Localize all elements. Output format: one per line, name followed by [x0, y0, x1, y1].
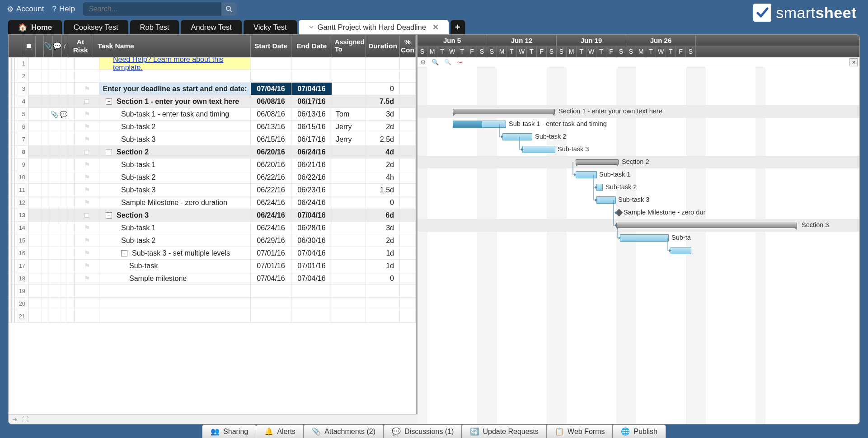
comment-cell[interactable]: [59, 260, 68, 272]
start-cell[interactable]: [251, 310, 291, 322]
assigned-cell[interactable]: [332, 95, 366, 107]
start-cell[interactable]: 06/29/16: [251, 234, 291, 247]
complete-cell[interactable]: [400, 196, 416, 209]
risk-cell[interactable]: ⚑: [75, 272, 99, 284]
row-number[interactable]: 3: [15, 83, 28, 95]
task-cell[interactable]: −Section 3: [99, 209, 251, 221]
row-number[interactable]: 15: [15, 234, 28, 247]
flag-icon[interactable]: ⚑: [84, 249, 90, 257]
attach-cell[interactable]: [50, 171, 59, 183]
start-cell[interactable]: 06/22/16: [251, 171, 291, 183]
flag-icon[interactable]: ⚑: [84, 135, 90, 144]
col-risk[interactable]: At Risk: [68, 35, 93, 57]
flag-icon[interactable]: ⚑: [84, 173, 90, 182]
duration-cell[interactable]: [366, 310, 400, 322]
comment-cell[interactable]: [59, 222, 68, 234]
comment-cell[interactable]: [59, 133, 68, 145]
web-forms-button[interactable]: 📋Web Forms: [546, 424, 613, 438]
attachments-button[interactable]: 📎Attachments (2): [303, 424, 384, 438]
alerts-button[interactable]: 🔔Alerts: [256, 424, 304, 438]
assigned-cell[interactable]: [332, 184, 366, 196]
col-primary-icon[interactable]: [22, 35, 36, 57]
account-link[interactable]: ⚙ Account: [7, 5, 44, 14]
duration-cell[interactable]: [366, 57, 400, 70]
tab-rob[interactable]: Rob Test: [130, 20, 179, 34]
flag-icon[interactable]: ⚑: [84, 262, 90, 270]
row-number[interactable]: 12: [15, 196, 28, 209]
table-row[interactable]: 15⚑Sub-task 206/29/1606/30/162d: [9, 234, 416, 247]
comment-cell[interactable]: [59, 121, 68, 133]
col-info-icon[interactable]: i: [62, 35, 68, 57]
table-row[interactable]: 8−Section 206/20/1606/24/164d: [9, 146, 416, 158]
table-row[interactable]: 5📎💬⚑Sub-task 1 - enter task and timing06…: [9, 108, 416, 121]
complete-cell[interactable]: [400, 133, 416, 145]
assigned-cell[interactable]: [332, 171, 366, 183]
complete-cell[interactable]: [400, 158, 416, 171]
row-handle[interactable]: [9, 95, 15, 107]
risk-cell[interactable]: ⚑: [75, 234, 99, 247]
complete-cell[interactable]: [400, 70, 416, 82]
col-end[interactable]: End Date: [291, 35, 332, 57]
comment-cell[interactable]: 💬: [59, 108, 68, 120]
start-cell[interactable]: 06/24/16: [251, 196, 291, 209]
start-cell[interactable]: 06/24/16: [251, 209, 291, 221]
assigned-cell[interactable]: [332, 272, 366, 284]
row-number[interactable]: 17: [15, 260, 28, 272]
flag-icon[interactable]: ⚑: [84, 275, 90, 283]
duration-cell[interactable]: 0: [366, 272, 400, 284]
task-cell[interactable]: Sample Milestone - zero duration: [99, 196, 251, 209]
row-handle[interactable]: [9, 298, 15, 310]
col-attach-icon[interactable]: 📎: [44, 35, 53, 57]
comment-cell[interactable]: [59, 57, 68, 70]
table-row[interactable]: 21: [9, 310, 416, 323]
risk-cell[interactable]: [75, 57, 99, 70]
complete-cell[interactable]: [400, 222, 416, 234]
expand-toggle-icon[interactable]: −: [106, 98, 112, 105]
row-handle[interactable]: [9, 146, 15, 158]
task-cell[interactable]: Sub-task 1 - enter task and timing: [99, 108, 251, 120]
complete-cell[interactable]: [400, 247, 416, 259]
task-cell[interactable]: [99, 285, 251, 297]
start-cell[interactable]: [251, 285, 291, 297]
row-number[interactable]: 9: [15, 158, 28, 171]
duration-cell[interactable]: [366, 70, 400, 82]
help-link[interactable]: Need Help? Learn more about this templat…: [113, 57, 250, 72]
row-handle[interactable]: [9, 222, 15, 234]
expand-all-icon[interactable]: ⛶: [22, 416, 28, 423]
end-cell[interactable]: [291, 285, 332, 297]
comment-cell[interactable]: [59, 83, 68, 95]
table-row[interactable]: 12⚑Sample Milestone - zero duration06/24…: [9, 196, 416, 209]
task-cell[interactable]: Enter your deadline as start and end dat…: [99, 83, 251, 95]
complete-cell[interactable]: [400, 272, 416, 284]
flag-icon[interactable]: ⚑: [84, 224, 90, 232]
tab-vicky[interactable]: Vicky Test: [244, 20, 297, 34]
attach-cell[interactable]: [50, 95, 59, 107]
risk-cell[interactable]: ⚑: [75, 158, 99, 171]
duration-cell[interactable]: [366, 298, 400, 310]
table-row[interactable]: 1Need Help? Learn more about this templa…: [9, 57, 416, 70]
row-handle[interactable]: [9, 133, 15, 145]
task-cell[interactable]: [99, 298, 251, 310]
row-number[interactable]: 4: [15, 95, 28, 107]
table-row[interactable]: 6⚑Sub-task 206/13/1606/15/16Jerry2d: [9, 121, 416, 133]
assigned-cell[interactable]: [332, 196, 366, 209]
checkbox-icon[interactable]: [84, 99, 89, 104]
row-handle[interactable]: [9, 285, 15, 297]
start-cell[interactable]: 07/01/16: [251, 247, 291, 259]
critical-path-icon[interactable]: ⤳: [457, 59, 462, 66]
risk-cell[interactable]: ⚑: [75, 133, 99, 145]
start-cell[interactable]: 06/22/16: [251, 184, 291, 196]
col-duration[interactable]: Duration: [366, 35, 400, 57]
row-number[interactable]: 5: [15, 108, 28, 120]
task-cell[interactable]: Sub-task 3: [99, 184, 251, 196]
duration-cell[interactable]: [366, 285, 400, 297]
row-number[interactable]: 2: [15, 70, 28, 82]
expand-toggle-icon[interactable]: −: [121, 250, 127, 256]
gantt-bar[interactable]: [522, 146, 555, 153]
row-handle[interactable]: [9, 310, 15, 322]
row-handle[interactable]: [9, 260, 15, 272]
end-cell[interactable]: [291, 298, 332, 310]
comment-cell[interactable]: [59, 196, 68, 209]
table-row[interactable]: 2: [9, 70, 416, 83]
comment-cell[interactable]: [59, 247, 68, 259]
